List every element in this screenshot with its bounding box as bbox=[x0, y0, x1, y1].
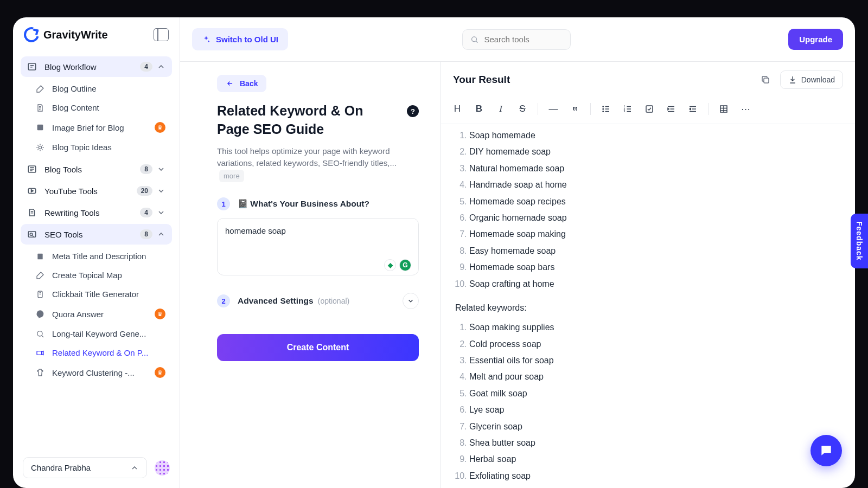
user-name: Chandra Prabha bbox=[31, 463, 91, 472]
badge: 4 bbox=[140, 208, 152, 217]
list-item: Soap crafting at home bbox=[469, 276, 841, 292]
item-label: Related Keyword & On P... bbox=[52, 348, 148, 357]
avatar[interactable] bbox=[155, 460, 170, 476]
list-item: Goat milk soap bbox=[469, 386, 841, 402]
list-item: Homemade soap making bbox=[469, 226, 841, 242]
cat-blog-tools[interactable]: Blog Tools 8 bbox=[21, 159, 172, 179]
svg-rect-10 bbox=[37, 351, 42, 355]
list-item: Handmade soap at home bbox=[469, 177, 841, 193]
chevron-down-icon bbox=[157, 187, 165, 195]
chevron-up-icon bbox=[157, 62, 165, 71]
checklist-button[interactable] bbox=[640, 100, 659, 118]
collapse-sidebar-icon[interactable] bbox=[154, 28, 169, 41]
brand[interactable]: GravityWrite bbox=[24, 27, 108, 42]
crown-icon: ♛ bbox=[155, 309, 165, 319]
sparkle-icon bbox=[202, 35, 210, 44]
download-button[interactable]: Download bbox=[780, 70, 843, 89]
logo-icon bbox=[21, 24, 42, 45]
more-link[interactable]: more bbox=[219, 170, 244, 183]
badge: 4 bbox=[140, 62, 152, 72]
chat-fab[interactable] bbox=[810, 435, 842, 466]
sidebar-item[interactable]: Meta Title and Description bbox=[29, 247, 172, 266]
number-list-button[interactable]: 123 bbox=[618, 100, 637, 118]
svg-point-14 bbox=[603, 108, 604, 110]
chevron-up-icon bbox=[157, 230, 165, 239]
youtube-icon bbox=[27, 186, 39, 196]
list-item: Melt and pour soap bbox=[469, 369, 841, 385]
cat-rewriting-tools[interactable]: Rewriting Tools 4 bbox=[21, 202, 172, 223]
create-content-button[interactable]: Create Content bbox=[217, 334, 419, 361]
sidebar-item[interactable]: Long-tail Keyword Gene... bbox=[29, 324, 172, 343]
step-number: 2 bbox=[217, 294, 230, 307]
heading-button[interactable]: H bbox=[448, 100, 467, 118]
back-button[interactable]: Back bbox=[217, 75, 266, 92]
item-icon bbox=[36, 143, 47, 152]
arrow-left-icon bbox=[226, 80, 234, 87]
sidebar-item[interactable]: Related Keyword & On P... bbox=[29, 343, 172, 362]
grammarly-icon[interactable]: G bbox=[399, 259, 411, 271]
svg-point-9 bbox=[37, 331, 42, 336]
switch-label: Switch to Old UI bbox=[216, 35, 278, 44]
cat-seo-tools[interactable]: SEO Tools 8 bbox=[21, 224, 172, 245]
item-icon bbox=[36, 290, 47, 299]
svg-point-13 bbox=[603, 106, 604, 107]
list-item: Cold process soap bbox=[469, 336, 841, 352]
chevron-down-icon bbox=[157, 165, 165, 174]
search-icon bbox=[470, 35, 478, 44]
cat-label: YouTube Tools bbox=[44, 187, 98, 196]
svg-text:3: 3 bbox=[624, 110, 626, 113]
search-box[interactable] bbox=[462, 29, 571, 50]
badge: 20 bbox=[137, 186, 152, 196]
cat-label: Blog Tools bbox=[44, 165, 82, 174]
user-menu[interactable]: Chandra Prabha bbox=[23, 457, 147, 478]
more-button[interactable]: ⋯ bbox=[736, 100, 755, 118]
indent-button[interactable] bbox=[661, 100, 681, 118]
cat-blog-workflow[interactable]: Blog Workflow 4 bbox=[21, 56, 172, 77]
list-item: DIY homemade soap bbox=[469, 144, 841, 160]
sidebar-item[interactable]: Keyword Clustering -...♛ bbox=[29, 362, 172, 383]
help-icon[interactable]: ? bbox=[407, 105, 419, 117]
sidebar-item[interactable]: Blog Content bbox=[29, 98, 172, 117]
step1-label: 📓 What's Your Business About? bbox=[238, 199, 369, 209]
item-icon bbox=[36, 123, 47, 132]
workflow-icon bbox=[27, 62, 39, 72]
item-icon bbox=[36, 368, 47, 377]
list-item: Soap homemade bbox=[469, 127, 841, 144]
item-icon bbox=[36, 349, 47, 357]
switch-ui-button[interactable]: Switch to Old UI bbox=[192, 28, 288, 50]
sidebar-item[interactable]: Clickbait Title Generator bbox=[29, 285, 172, 304]
expand-button[interactable] bbox=[403, 293, 419, 309]
crown-icon: ♛ bbox=[155, 122, 165, 133]
item-label: Keyword Clustering -... bbox=[52, 368, 135, 377]
list-item: Easy homemade soap bbox=[469, 243, 841, 259]
svg-rect-19 bbox=[646, 106, 653, 112]
item-label: Create Topical Map bbox=[52, 271, 122, 280]
cat-label: Rewriting Tools bbox=[44, 208, 99, 217]
copy-button[interactable] bbox=[757, 72, 774, 88]
quote-button[interactable] bbox=[565, 100, 585, 118]
page-description: This tool helps optimize your page with … bbox=[217, 145, 419, 183]
search-input[interactable] bbox=[484, 35, 563, 44]
result-content[interactable]: Soap homemadeDIY homemade soapNatural ho… bbox=[441, 124, 855, 488]
badge: 8 bbox=[140, 229, 152, 239]
sidebar-item[interactable]: Blog Outline bbox=[29, 79, 172, 98]
item-icon bbox=[36, 271, 47, 280]
bullet-list-button[interactable] bbox=[596, 100, 616, 118]
list-item: Herbal soap bbox=[469, 451, 841, 467]
grammarly-shield-icon[interactable]: ◆ bbox=[384, 259, 396, 271]
cat-youtube-tools[interactable]: YouTube Tools 20 bbox=[21, 181, 172, 201]
list-item: Exfoliating soap bbox=[469, 468, 841, 484]
hr-button[interactable]: — bbox=[544, 100, 563, 118]
outdent-button[interactable] bbox=[683, 100, 703, 118]
italic-button[interactable]: I bbox=[491, 100, 510, 118]
bold-button[interactable]: B bbox=[469, 100, 489, 118]
strike-button[interactable]: S bbox=[513, 100, 532, 118]
list-item: Natural homemade soap bbox=[469, 160, 841, 177]
feedback-tab[interactable]: Feedback bbox=[851, 214, 868, 268]
sidebar-item[interactable]: Quora Answer♛ bbox=[29, 304, 172, 324]
sidebar-item[interactable]: Create Topical Map bbox=[29, 266, 172, 285]
sidebar-item[interactable]: Image Brief for Blog♛ bbox=[29, 117, 172, 138]
upgrade-button[interactable]: Upgrade bbox=[788, 29, 843, 50]
sidebar-item[interactable]: Blog Topic Ideas bbox=[29, 138, 172, 157]
table-button[interactable] bbox=[714, 100, 733, 118]
